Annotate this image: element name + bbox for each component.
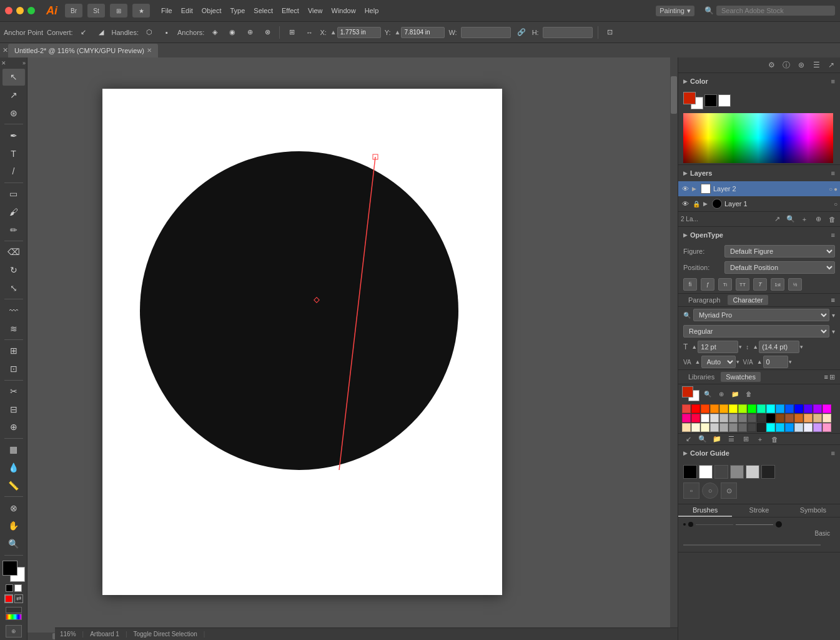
swatch-purple[interactable] [813, 404, 822, 413]
ot-titl-btn[interactable]: Ti [718, 278, 732, 291]
position-select[interactable]: Default Position [724, 261, 835, 274]
ot-small-caps-btn[interactable]: TT [736, 278, 749, 291]
layer-add-btn[interactable]: + [799, 216, 810, 223]
swatch-yellow[interactable] [729, 404, 738, 413]
brushes-tab-btn[interactable]: Brushes [678, 504, 732, 517]
layer-1-arrow-icon[interactable]: ▶ [703, 201, 709, 207]
brush-item-1[interactable] [683, 523, 686, 526]
convert-smooth-btn[interactable]: ↙ [77, 26, 91, 39]
close-panel-btn[interactable]: ✕ [2, 46, 8, 54]
swatch-cyan[interactable] [766, 404, 775, 413]
kerning-down-icon[interactable]: ▾ [736, 359, 739, 365]
canvas-scroll[interactable] [27, 58, 678, 640]
swatch-yellow-green[interactable] [738, 404, 747, 413]
anchors-btn2[interactable]: ◉ [225, 26, 239, 39]
stock-button[interactable]: St [87, 4, 105, 18]
swap-colors-btn[interactable]: ⇄ [14, 594, 23, 603]
white-swatch[interactable] [718, 94, 731, 107]
cg-swatch-2[interactable] [699, 465, 713, 479]
perspective-grid-btn[interactable]: ⊟ [2, 401, 25, 418]
rotate-tool-btn[interactable]: ↻ [2, 262, 25, 279]
sw-grid-btn[interactable]: ⊞ [739, 435, 752, 443]
stroke-color-btn[interactable] [14, 584, 22, 592]
leading-up-icon[interactable]: ▲ [753, 344, 758, 350]
color-gradient-picker[interactable] [683, 113, 835, 163]
type-tool-btn[interactable]: T [2, 145, 25, 162]
canvas-area[interactable]: 116% | Artboard 1 | Toggle Direct Select… [27, 58, 678, 640]
x-arrow-up-icon[interactable]: ▲ [330, 29, 337, 36]
swatch-cornflower[interactable] [785, 423, 794, 432]
brush-item-4[interactable] [736, 524, 773, 525]
ot-liga-btn[interactable]: fi [683, 278, 697, 291]
cg-circle-btn[interactable]: ○ [702, 482, 718, 499]
swatch-sandy[interactable] [804, 414, 813, 422]
swatch-light-pink[interactable] [823, 423, 831, 432]
lasso-tool-btn[interactable]: ⊛ [2, 105, 25, 122]
swatch-black[interactable] [766, 414, 775, 422]
swatch-sienna[interactable] [785, 414, 794, 422]
cg-thirds-btn[interactable]: ⊙ [721, 482, 737, 499]
canvas-scrollbar-vertical[interactable] [670, 58, 678, 628]
ot-frac-btn[interactable]: T [753, 278, 767, 291]
swatch-search-icon[interactable]: 🔍 [702, 388, 713, 399]
fill-stroke-indicator[interactable] [683, 92, 703, 109]
y-value-input[interactable] [401, 27, 445, 38]
y-arrow-up-icon[interactable]: ▲ [395, 29, 401, 36]
layer-export-btn[interactable]: ↗ [771, 215, 783, 223]
draw-mode-btn[interactable]: ⊕ [6, 625, 22, 638]
layer-1-eye-icon[interactable]: 👁 [681, 200, 689, 208]
cg-swatch-4[interactable] [730, 465, 744, 479]
swatch-lemon[interactable] [701, 423, 709, 432]
swatch-bright-red[interactable] [691, 404, 700, 413]
layers-collapse-icon[interactable]: ▶ [683, 170, 688, 176]
menu-object[interactable]: Object [198, 6, 225, 16]
swatch-aa[interactable] [719, 423, 728, 432]
swatch-88[interactable] [729, 423, 738, 432]
workspace-switcher[interactable]: ⊞ [110, 4, 127, 18]
width-tool-btn[interactable]: ≋ [2, 320, 25, 337]
layer-1-lock-icon[interactable]: 🔒 [692, 201, 701, 208]
eraser-tool-btn[interactable]: ⌫ [2, 244, 25, 261]
warp-tool-btn[interactable]: 〰 [2, 302, 25, 319]
layer-item-2[interactable]: 👁 ▶ Layer 2 ○ ● [678, 181, 840, 196]
sw-folder-btn[interactable]: 📁 [711, 435, 723, 443]
star-button[interactable]: ★ [132, 4, 150, 18]
cg-swatch-3[interactable] [714, 465, 728, 479]
handles-icon[interactable]: ⬡ [142, 26, 156, 39]
kerning-up-icon[interactable]: ▲ [695, 359, 701, 365]
swatch-orange[interactable] [710, 404, 719, 413]
swatch-silver[interactable] [719, 414, 728, 422]
tracking-down-icon[interactable]: ▾ [789, 359, 792, 365]
panel-expand-left[interactable]: » [22, 60, 26, 66]
tracking-input[interactable] [763, 356, 788, 368]
menu-help[interactable]: Help [361, 6, 383, 16]
minimize-window-button[interactable] [16, 7, 24, 14]
none-mode-btn[interactable] [6, 607, 22, 613]
hand-tool-btn[interactable]: ✋ [2, 518, 25, 534]
rectangle-tool-btn[interactable]: ▭ [2, 186, 25, 202]
sw-search-btn[interactable]: 🔍 [696, 435, 709, 443]
sw-new-swatch-btn[interactable]: + [754, 436, 766, 443]
bridge-button[interactable]: Br [65, 4, 82, 18]
w-value-input[interactable] [461, 27, 511, 38]
tracking-up-icon[interactable]: ▲ [757, 359, 763, 365]
layer-2-arrow-icon[interactable]: ▶ [692, 186, 698, 192]
convert-corner-btn[interactable]: ◢ [94, 26, 108, 39]
swatches-tab[interactable]: Swatches [721, 372, 761, 382]
gradient-mode-btn[interactable] [6, 614, 22, 620]
arrows-icon[interactable]: ↔ [302, 26, 316, 39]
menu-file[interactable]: File [157, 6, 176, 16]
document-tab[interactable]: Untitled-2* @ 116% (CMYK/GPU Preview) ✕ [8, 44, 158, 58]
swatch-white[interactable] [701, 414, 709, 422]
swatch-violet[interactable] [804, 404, 813, 413]
transform-more-btn[interactable]: ⊡ [603, 26, 617, 39]
character-tab[interactable]: Character [728, 295, 768, 305]
blend-tool-btn[interactable]: ⊗ [2, 499, 25, 516]
swatch-medium-gray[interactable] [729, 414, 738, 422]
libraries-tab[interactable]: Libraries [683, 372, 719, 382]
anchors-btn4[interactable]: ⊗ [260, 26, 274, 39]
swatch-light-gray[interactable] [710, 414, 719, 422]
swatch-add-icon[interactable]: ⊕ [716, 388, 727, 399]
kerning-select[interactable]: Auto [701, 356, 736, 368]
layer-new-sublayer-btn[interactable]: ⊕ [813, 215, 824, 223]
